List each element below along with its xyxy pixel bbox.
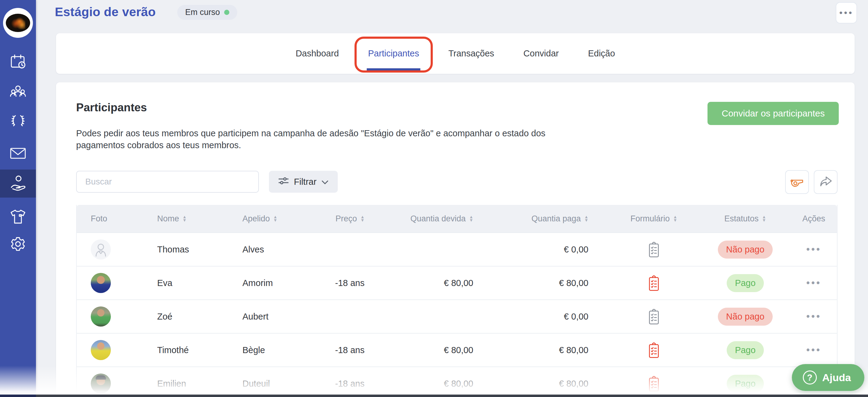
row-actions-menu[interactable]: ••• <box>806 277 822 289</box>
participant-first-name: Timothé <box>138 334 220 367</box>
column-header-estatutos[interactable]: Estatutos▲▼ <box>701 205 789 232</box>
avatar[interactable] <box>91 340 111 360</box>
table-body: ThomasAlves€ 0,00Não pago•••EvaAmorim-18… <box>77 232 837 397</box>
invite-participants-button[interactable]: Convidar os participantes <box>708 102 839 125</box>
participant-amount-due <box>394 233 500 266</box>
question-mark-icon: ? <box>803 370 817 385</box>
sidebar <box>0 0 36 395</box>
share-button[interactable] <box>814 170 838 194</box>
page-menu-button[interactable]: ••• <box>836 2 857 24</box>
participant-amount-paid: € 80,00 <box>500 266 607 300</box>
column-header-foto: Foto <box>77 205 138 232</box>
help-button[interactable]: ? Ajuda <box>792 364 864 391</box>
tab-bar: Dashboard Participantes Transações Convi… <box>56 33 855 74</box>
column-header-formulário[interactable]: Formulário▲▼ <box>607 205 701 232</box>
table-row: ThomasAlves€ 0,00Não pago••• <box>77 232 837 266</box>
participant-last-name: Alves <box>220 233 311 266</box>
sliders-icon <box>278 176 289 188</box>
participant-photo-cell <box>77 233 138 266</box>
sort-icon[interactable]: ▲▼ <box>584 215 588 222</box>
payment-status-badge: Não pago <box>718 240 773 259</box>
participant-amount-due <box>394 300 500 333</box>
sort-icon[interactable]: ▲▼ <box>762 215 766 222</box>
tab-dashboard[interactable]: Dashboard <box>296 33 339 74</box>
sidebar-item-events[interactable] <box>0 48 36 76</box>
participant-form-cell <box>607 334 701 367</box>
participant-photo-cell <box>77 334 138 367</box>
status-badge: Em curso <box>177 5 237 20</box>
participant-first-name: Emilien <box>138 367 220 397</box>
tab-convidar[interactable]: Convidar <box>524 33 559 74</box>
participant-status-cell: Pago <box>701 334 789 367</box>
participant-form-cell <box>607 300 701 333</box>
status-dot <box>224 10 229 15</box>
avatar-placeholder[interactable] <box>91 239 111 259</box>
participant-status-cell: Pago <box>701 367 789 397</box>
column-header-quantia-paga[interactable]: Quantia paga▲▼ <box>500 205 607 232</box>
sort-icon[interactable]: ▲▼ <box>182 215 187 222</box>
avatar[interactable] <box>91 373 111 394</box>
table-row: ZoéAubert€ 0,00Não pago••• <box>77 300 837 333</box>
sidebar-item-payments[interactable] <box>0 170 36 198</box>
participant-actions-cell: ••• <box>789 300 838 333</box>
sidebar-item-settings[interactable] <box>0 231 36 259</box>
payment-status-badge: Pago <box>727 375 764 393</box>
tab-participantes[interactable]: Participantes <box>368 33 420 74</box>
table-row: EmilienDuteuil-18 ans€ 80,00€ 80,00Pago•… <box>77 367 837 397</box>
app-root: Estágio de verão Em curso ••• Dashboard … <box>0 0 868 397</box>
tab-edicao[interactable]: Edição <box>588 33 615 74</box>
participant-form-cell <box>607 367 701 397</box>
participant-amount-due: € 80,00 <box>394 367 500 397</box>
payment-status-badge: Não pago <box>718 308 773 325</box>
row-actions-menu[interactable]: ••• <box>806 311 822 322</box>
participant-price <box>311 233 394 266</box>
avatar[interactable] <box>91 273 111 293</box>
search-input[interactable] <box>76 171 259 193</box>
chevron-down-icon <box>321 177 329 187</box>
participant-price: -18 ans <box>311 334 394 367</box>
participant-actions-cell: ••• <box>789 266 838 300</box>
participant-photo-cell <box>77 300 138 333</box>
sort-icon[interactable]: ▲▼ <box>360 215 365 222</box>
coach-whistle-button[interactable] <box>785 170 809 194</box>
participant-first-name: Thomas <box>138 233 220 266</box>
participant-first-name: Eva <box>138 266 220 300</box>
form-clipboard-icon[interactable] <box>647 342 660 359</box>
column-header-apelido[interactable]: Apelido▲▼ <box>220 205 311 232</box>
form-clipboard-icon[interactable] <box>647 241 660 258</box>
bottom-edge-strip <box>0 395 868 397</box>
form-clipboard-icon[interactable] <box>647 308 660 325</box>
participant-actions-cell: ••• <box>789 233 838 266</box>
column-header-nome[interactable]: Nome▲▼ <box>138 205 220 232</box>
participant-price <box>311 300 394 333</box>
row-actions-menu[interactable]: ••• <box>806 244 822 255</box>
tab-transacoes[interactable]: Transações <box>448 33 494 74</box>
form-clipboard-icon[interactable] <box>647 275 660 291</box>
sort-icon[interactable]: ▲▼ <box>673 215 677 222</box>
column-header-preço[interactable]: Preço▲▼ <box>311 205 394 232</box>
calendar-clock-icon <box>9 53 27 72</box>
row-actions-menu[interactable]: ••• <box>806 344 822 356</box>
laurel-wreath-icon <box>9 113 27 131</box>
sidebar-item-members[interactable] <box>0 79 36 107</box>
table-row: TimothéBègle-18 ans€ 80,00€ 80,00Pago••• <box>77 333 837 367</box>
sidebar-item-messages[interactable] <box>0 140 36 168</box>
avatar[interactable] <box>91 307 111 327</box>
sidebar-item-competitions[interactable] <box>0 108 36 136</box>
page-title: Estágio de verão <box>55 5 156 19</box>
participant-last-name: Bègle <box>220 334 311 367</box>
participant-amount-paid: € 0,00 <box>500 233 607 266</box>
sidebar-item-jerseys[interactable] <box>0 203 36 231</box>
table-header-row: FotoNome▲▼Apelido▲▼Preço▲▼Quantia devida… <box>77 205 837 232</box>
participants-card: Participantes Convidar os participantes … <box>56 82 855 397</box>
filter-button[interactable]: Filtrar <box>269 171 338 193</box>
gear-icon <box>9 236 27 255</box>
sort-icon[interactable]: ▲▼ <box>273 215 277 222</box>
club-logo[interactable] <box>3 8 33 38</box>
form-clipboard-icon[interactable] <box>647 375 660 392</box>
mail-icon <box>9 146 27 162</box>
participant-price: -18 ans <box>311 266 394 300</box>
club-logo-image <box>6 14 30 32</box>
sort-icon[interactable]: ▲▼ <box>469 215 473 222</box>
column-header-quantia-devida[interactable]: Quantia devida▲▼ <box>394 205 500 232</box>
